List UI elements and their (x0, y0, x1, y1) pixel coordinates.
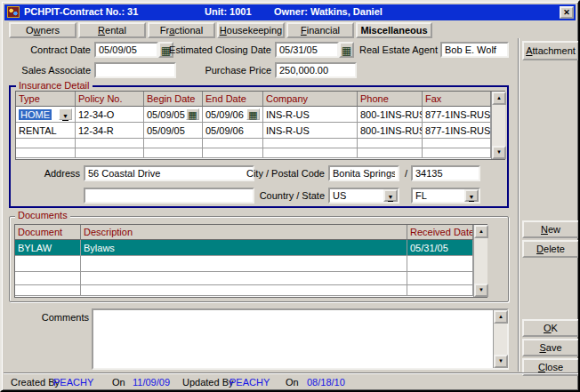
table-cell-empty[interactable] (407, 256, 473, 272)
address-label: Address (30, 168, 80, 179)
documents-scrollbar[interactable]: ▲ ▼ (473, 225, 487, 297)
table-cell-empty[interactable] (263, 148, 358, 158)
real-estate-agent-field[interactable] (440, 42, 509, 58)
table-cell-empty[interactable] (144, 148, 203, 158)
table-cell-empty[interactable] (407, 272, 473, 285)
table-cell-empty[interactable] (423, 139, 491, 148)
estimated-closing-date-field[interactable] (275, 42, 339, 58)
address-field[interactable] (84, 165, 254, 181)
received-date-cell[interactable]: 05/31/05 (407, 240, 473, 256)
tab-fractional[interactable]: Fractional (148, 22, 215, 38)
contract-date-label: Contract Date (9, 44, 91, 55)
insurance-policy-cell[interactable]: 12-34-O (76, 107, 144, 123)
titlebar: PCHPIT-Contract No.: 31 Unit: 1001 Owner… (4, 4, 576, 20)
table-cell-empty[interactable] (15, 256, 81, 272)
real-estate-agent-label: Real Estate Agent (356, 44, 438, 55)
updated-on-label: On (286, 377, 299, 388)
type-dropdown-icon[interactable]: ▼ (59, 108, 72, 120)
insurance-begin-cell[interactable]: 05/09/05 (144, 123, 203, 139)
insurance-type-cell[interactable]: HOME▼ (16, 107, 76, 123)
comments-scrollbar[interactable]: ▲ ▼ (493, 310, 507, 368)
insurance-detail-group: Insurance Detail Type Policy No. Begin D… (9, 85, 509, 208)
insurance-col-company: Company (263, 92, 358, 107)
documents-col-description: Description (81, 225, 407, 240)
scroll-down-icon[interactable]: ▼ (492, 146, 506, 159)
insurance-col-type: Type (16, 92, 76, 107)
delete-button[interactable]: Delete (522, 240, 579, 258)
table-cell-empty[interactable] (263, 139, 358, 148)
table-cell-empty[interactable] (358, 148, 423, 158)
insurance-scrollbar[interactable]: ▲ ▼ (491, 92, 505, 159)
table-cell-empty[interactable] (81, 256, 407, 272)
description-cell[interactable]: Bylaws (81, 240, 407, 256)
table-cell-empty[interactable] (16, 148, 76, 158)
insurance-type-cell[interactable]: RENTAL (16, 123, 76, 139)
insurance-company-cell[interactable]: INS-R-US (263, 123, 358, 139)
tab-bar: Owners Rental Fractional Housekeeping Fi… (9, 22, 432, 38)
documents-col-document: Document (15, 225, 81, 240)
insurance-col-end: End Date (203, 92, 263, 107)
tab-miscellaneous[interactable]: Miscellaneous (356, 22, 432, 38)
insurance-col-begin: Begin Date (144, 92, 203, 107)
document-cell[interactable]: BYLAW (15, 240, 81, 256)
save-button[interactable]: Save (522, 339, 579, 356)
postal-code-field[interactable] (411, 165, 480, 181)
table-cell-empty[interactable] (81, 272, 407, 285)
table-cell-empty[interactable] (144, 139, 203, 148)
sales-associate-field[interactable] (94, 62, 176, 78)
close-icon[interactable]: ✕ (560, 6, 574, 19)
scroll-down-icon[interactable]: ▼ (494, 355, 508, 368)
state-combo[interactable]: ▼ (411, 188, 480, 204)
tab-rental[interactable]: Rental (78, 22, 146, 38)
state-dropdown-icon[interactable]: ▼ (464, 189, 479, 202)
begin-date-calendar-icon[interactable]: ▦ (186, 108, 199, 120)
tab-housekeeping[interactable]: Housekeeping (217, 22, 285, 38)
contract-window: PCHPIT-Contract No.: 31 Unit: 1001 Owner… (0, 0, 580, 392)
end-date-calendar-icon[interactable]: ▦ (246, 108, 260, 120)
tab-financial[interactable]: Financial (286, 22, 354, 38)
panel-divider (518, 38, 520, 372)
created-on-label: On (112, 377, 125, 388)
table-cell-empty[interactable] (423, 148, 491, 158)
created-on-value: 11/09/09 (133, 377, 170, 388)
comments-field[interactable] (93, 310, 493, 368)
tab-owners[interactable]: Owners (9, 22, 77, 38)
address-line2-field[interactable] (84, 188, 254, 204)
scroll-up-icon[interactable]: ▲ (494, 310, 508, 324)
country-dropdown-icon[interactable]: ▼ (383, 189, 398, 202)
scroll-up-icon[interactable]: ▲ (474, 225, 488, 238)
table-cell-empty[interactable] (203, 148, 263, 158)
table-cell-empty[interactable] (15, 272, 81, 285)
insurance-phone-cell[interactable]: 800-1INS-RUS (358, 123, 423, 139)
insurance-fax-cell[interactable]: 877-1INS-RUS (423, 107, 491, 123)
insurance-table: Type Policy No. Begin Date End Date Comp… (15, 91, 505, 160)
scroll-down-icon[interactable]: ▼ (474, 284, 488, 297)
country-combo[interactable]: ▼ (328, 188, 399, 204)
city-field[interactable] (328, 165, 399, 181)
table-cell-empty[interactable] (76, 139, 144, 148)
contract-date-field[interactable] (94, 42, 158, 58)
insurance-begin-cell[interactable]: 05/09/05▦ (144, 107, 203, 123)
purchase-price-field[interactable] (275, 62, 357, 78)
new-button[interactable]: New (522, 220, 579, 238)
scroll-up-icon[interactable]: ▲ (492, 92, 506, 105)
insurance-end-cell[interactable]: 05/09/06 (203, 123, 263, 139)
table-cell-empty[interactable] (15, 285, 81, 296)
table-cell-empty[interactable] (203, 139, 263, 148)
insurance-phone-cell[interactable]: 800-1INS-RUS (358, 107, 423, 123)
table-cell-empty[interactable] (407, 285, 473, 296)
estimated-closing-date-calendar-icon[interactable]: ▦ (339, 42, 354, 58)
table-cell-empty[interactable] (81, 285, 407, 296)
insurance-company-cell[interactable]: INS-R-US (263, 107, 358, 123)
insurance-detail-group-label: Insurance Detail (16, 80, 93, 91)
table-cell-empty[interactable] (16, 139, 76, 148)
ok-button[interactable]: OK (522, 319, 579, 337)
insurance-fax-cell[interactable]: 877-1INS-RUS (423, 123, 491, 139)
app-icon (7, 6, 20, 18)
insurance-col-fax: Fax (423, 92, 491, 107)
table-cell-empty[interactable] (358, 139, 423, 148)
attachment-button[interactable]: Attachment (522, 41, 579, 60)
table-cell-empty[interactable] (76, 148, 144, 158)
insurance-end-cell[interactable]: 05/09/06▦ (203, 107, 263, 123)
insurance-policy-cell[interactable]: 12-34-R (76, 123, 144, 139)
